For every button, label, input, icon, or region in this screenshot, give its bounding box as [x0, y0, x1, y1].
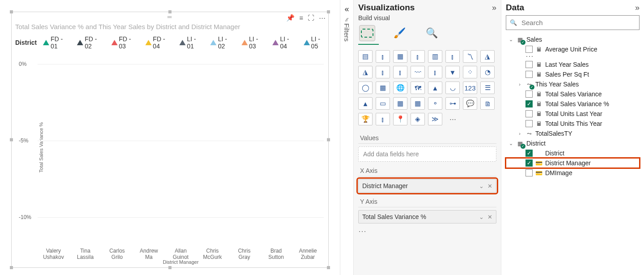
resize-handle[interactable] — [169, 10, 172, 13]
viz-powerapps-icon[interactable]: ◈ — [411, 113, 425, 125]
legend-item[interactable]: LI - 04 — [272, 35, 297, 50]
viz-kpi-icon[interactable]: ▲ — [358, 97, 373, 110]
field-checkbox[interactable] — [525, 61, 533, 68]
viz-card-icon[interactable]: 123 — [463, 82, 477, 94]
viz-ribbon-icon[interactable]: 〰 — [411, 66, 425, 78]
viz-scatter-icon[interactable]: ⁘ — [463, 66, 477, 78]
resize-handle[interactable] — [10, 266, 13, 269]
field-row[interactable]: 🖩Sales Per Sq Ft — [506, 69, 640, 79]
field-row[interactable]: 🖩Total Sales Variance — [506, 89, 640, 99]
chip-remove-icon[interactable]: ✕ — [487, 183, 492, 189]
viz-pie-icon[interactable]: ◔ — [480, 66, 495, 78]
resize-handle[interactable] — [10, 138, 13, 142]
well-xaxis-chip[interactable]: District Manager ⌄✕ — [358, 179, 496, 193]
resize-handle[interactable] — [169, 266, 172, 269]
field-row[interactable]: 🖩Total Units This Year — [506, 119, 640, 129]
field-row[interactable]: 🖩Last Year Sales — [506, 60, 640, 69]
viz-decomposition-tree-icon[interactable]: 🗎 — [480, 97, 495, 110]
viz-matrix-icon[interactable]: ▦ — [411, 97, 425, 110]
build-visual-tab[interactable] — [359, 25, 375, 41]
filters-pane-collapsed[interactable]: « ⫽ Filters — [340, 0, 353, 275]
viz-stacked-bar-icon[interactable]: ▤ — [358, 50, 373, 63]
legend-item[interactable]: LI - 05 — [304, 35, 328, 50]
viz-funnel-icon[interactable]: ▼ — [445, 66, 460, 78]
filter-icon[interactable]: ≡ — [299, 14, 303, 22]
field-checkbox[interactable]: ✓ — [525, 100, 533, 107]
field-checkbox[interactable] — [525, 110, 533, 117]
focus-mode-icon[interactable]: ⛶ — [308, 14, 314, 22]
viz-qa-icon[interactable]: 🏆 — [358, 113, 373, 125]
field-checkbox[interactable] — [525, 90, 533, 98]
viz-py-visual-icon[interactable]: ⊶ — [445, 97, 460, 110]
more-icon[interactable]: ⋯ — [506, 54, 640, 58]
field-row[interactable]: ›⤳TotalSalesTY — [506, 129, 640, 138]
legend-item[interactable]: LI - 03 — [242, 35, 266, 50]
viz-paginated-icon[interactable]: ⫿ — [376, 113, 390, 125]
legend-item[interactable]: FD - 03 — [111, 35, 139, 50]
viz-waterfall-icon[interactable]: ⫿ — [428, 66, 442, 78]
viz-clustered-column-icon[interactable]: ⫿ — [411, 50, 425, 63]
field-checkbox[interactable] — [525, 169, 533, 176]
drag-handle-icon[interactable]: ═ — [167, 13, 172, 20]
table-row-district[interactable]: ⌄▦District — [506, 138, 640, 148]
viz-stacked-area-icon[interactable]: ◮ — [358, 66, 373, 78]
viz-treemap-icon[interactable]: ▦ — [376, 82, 390, 94]
expand-filters-icon[interactable]: « — [344, 4, 349, 14]
viz-get-more-icon[interactable]: ⋯ — [445, 113, 460, 125]
chip-dropdown-icon[interactable]: ⌄ — [479, 214, 484, 220]
viz-line-stacked-column-icon[interactable]: ⫿ — [376, 66, 390, 78]
collapse-viz-icon[interactable]: » — [492, 3, 496, 13]
viz-100-stacked-column-icon[interactable]: ⫿ — [445, 50, 460, 63]
field-checkbox[interactable] — [525, 71, 533, 78]
viz-automate-icon[interactable]: ≫ — [428, 113, 442, 125]
resize-handle[interactable] — [10, 10, 13, 13]
viz-multi-row-card-icon[interactable]: ☰ — [480, 82, 495, 94]
well-values-dropzone[interactable]: Add data fields here — [358, 146, 496, 162]
viz-map-icon[interactable]: 🌐 — [393, 82, 407, 94]
well-yaxis-chip[interactable]: Total Sales Variance % ⌄✕ — [358, 210, 496, 223]
collapse-data-icon[interactable]: » — [635, 3, 640, 13]
resize-handle[interactable] — [327, 138, 330, 142]
field-row[interactable]: 🖩Total Units Last Year — [506, 109, 640, 119]
field-row[interactable]: 💳DMImage — [506, 168, 640, 178]
field-row[interactable]: ›⤳This Year Sales — [506, 79, 640, 89]
viz-azure-map-icon[interactable]: ▲ — [428, 82, 442, 94]
viz-arcgis-icon[interactable]: 📍 — [393, 113, 407, 125]
legend-item[interactable]: FD - 01 — [43, 35, 71, 50]
legend-item[interactable]: FD - 02 — [77, 35, 105, 50]
viz-stacked-column-icon[interactable]: ▦ — [393, 50, 407, 63]
visual-frame[interactable]: ═ 📌 ≡ ⛶ ⋯ Total Sales Variance % and Thi… — [11, 12, 329, 268]
resize-handle[interactable] — [327, 10, 330, 13]
viz-filled-map-icon[interactable]: 🗺 — [411, 82, 425, 94]
viz-line-clustered-column-icon[interactable]: ⫿ — [393, 66, 407, 78]
analytics-tab[interactable]: 🔍 — [424, 25, 440, 41]
chip-remove-icon[interactable]: ✕ — [487, 214, 492, 220]
resize-handle[interactable] — [327, 266, 330, 269]
legend-item[interactable]: LI - 02 — [210, 35, 235, 50]
pin-icon[interactable]: 📌 — [286, 14, 295, 22]
search-input[interactable] — [521, 18, 636, 27]
search-box[interactable]: 🔍 — [506, 15, 640, 30]
viz-clustered-bar-icon[interactable]: ⫿ — [376, 50, 390, 63]
field-checkbox[interactable] — [525, 120, 533, 127]
viz-table-icon[interactable]: ▦ — [393, 97, 407, 110]
table-row-sales[interactable]: ⌄▦Sales — [506, 34, 640, 44]
viz-area-icon[interactable]: ◮ — [480, 50, 495, 63]
chart-plot-area[interactable]: Total Sales Variance % District Manager … — [38, 49, 324, 246]
viz-slicer-icon[interactable]: ▭ — [376, 97, 390, 110]
viz-key-influencers-icon[interactable]: 💬 — [463, 97, 477, 110]
viz-line-icon[interactable]: 〽 — [463, 50, 477, 63]
legend-item[interactable]: LI - 01 — [179, 35, 204, 50]
field-checkbox[interactable]: ✓ — [525, 159, 533, 167]
field-checkbox[interactable]: ✓ — [525, 150, 533, 157]
field-row-district-manager[interactable]: ✓💳District Manager — [506, 158, 640, 168]
chip-dropdown-icon[interactable]: ⌄ — [479, 183, 484, 189]
field-row[interactable]: ✓District — [506, 148, 640, 158]
viz-gauge-icon[interactable]: ◡ — [445, 82, 460, 94]
viz-100-stacked-bar-icon[interactable]: ▥ — [428, 50, 442, 63]
more-options-icon[interactable]: ⋯ — [319, 14, 326, 22]
viz-donut-icon[interactable]: ◯ — [358, 82, 373, 94]
report-canvas[interactable]: ═ 📌 ≡ ⛶ ⋯ Total Sales Variance % and Thi… — [0, 0, 340, 275]
field-row[interactable]: ✓🖩Total Sales Variance % — [506, 99, 640, 109]
more-options-icon[interactable]: ⋯ — [358, 226, 496, 236]
